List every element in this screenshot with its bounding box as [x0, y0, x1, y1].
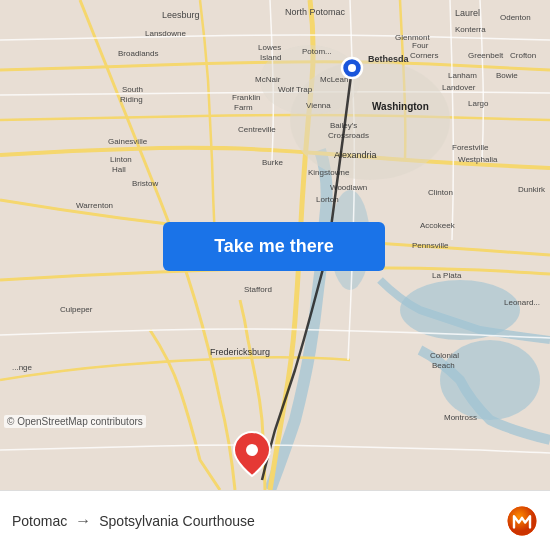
svg-point-67 [508, 506, 537, 535]
svg-text:Hall: Hall [112, 165, 126, 174]
moovit-logo[interactable] [506, 505, 538, 537]
svg-text:Largo: Largo [468, 99, 489, 108]
moovit-icon [506, 505, 538, 537]
svg-text:McNair: McNair [255, 75, 281, 84]
svg-text:Culpeper: Culpeper [60, 305, 93, 314]
svg-text:Gainesville: Gainesville [108, 137, 148, 146]
svg-text:Wolf Trap: Wolf Trap [278, 85, 313, 94]
svg-text:Farm: Farm [234, 103, 253, 112]
footer-route-info: Potomac → Spotsylvania Courthouse [12, 512, 506, 530]
footer: Potomac → Spotsylvania Courthouse [0, 490, 550, 550]
svg-text:Washington: Washington [372, 101, 429, 112]
svg-text:Westphalia: Westphalia [458, 155, 498, 164]
svg-text:Lowes: Lowes [258, 43, 281, 52]
svg-text:Linton: Linton [110, 155, 132, 164]
svg-text:Odenton: Odenton [500, 13, 531, 22]
svg-text:Beach: Beach [432, 361, 455, 370]
svg-text:Colonial: Colonial [430, 351, 459, 360]
svg-text:Landover: Landover [442, 83, 476, 92]
svg-text:North Potomac: North Potomac [285, 7, 346, 17]
svg-text:Clinton: Clinton [428, 188, 453, 197]
svg-text:Lanham: Lanham [448, 71, 477, 80]
svg-text:Stafford: Stafford [244, 285, 272, 294]
map-container: Leesburg North Potomac Laurel Lansdowne … [0, 0, 550, 490]
svg-text:Kingstowne: Kingstowne [308, 168, 350, 177]
svg-text:Island: Island [260, 53, 281, 62]
arrow-icon: → [75, 512, 91, 530]
svg-point-1 [400, 280, 520, 340]
svg-text:South: South [122, 85, 143, 94]
svg-text:Fredericksburg: Fredericksburg [210, 347, 270, 357]
svg-text:Bowie: Bowie [496, 71, 518, 80]
svg-text:Laurel: Laurel [455, 8, 480, 18]
origin-label: Potomac [12, 513, 67, 529]
svg-text:Bristow: Bristow [132, 179, 158, 188]
svg-text:Four: Four [412, 41, 429, 50]
svg-text:Greenbelt: Greenbelt [468, 51, 504, 60]
svg-text:Bethesda: Bethesda [368, 54, 410, 64]
svg-text:Forestville: Forestville [452, 143, 489, 152]
svg-text:Corners: Corners [410, 51, 438, 60]
svg-text:McLean: McLean [320, 75, 348, 84]
svg-text:Leesburg: Leesburg [162, 10, 200, 20]
svg-text:Franklin: Franklin [232, 93, 260, 102]
svg-text:Riding: Riding [120, 95, 143, 104]
destination-label: Spotsylvania Courthouse [99, 513, 255, 529]
svg-text:Potom...: Potom... [302, 47, 332, 56]
svg-text:Vienna: Vienna [306, 101, 331, 110]
svg-text:...nge: ...nge [12, 363, 33, 372]
svg-text:Burke: Burke [262, 158, 283, 167]
osm-attribution: © OpenStreetMap contributors [4, 415, 146, 428]
svg-point-65 [246, 444, 258, 456]
svg-text:Warrenton: Warrenton [76, 201, 113, 210]
svg-text:Montross: Montross [444, 413, 477, 422]
svg-point-64 [348, 64, 356, 72]
svg-text:Konterra: Konterra [455, 25, 486, 34]
svg-text:Centreville: Centreville [238, 125, 276, 134]
take-me-there-button[interactable]: Take me there [163, 222, 385, 271]
svg-text:Crossroads: Crossroads [328, 131, 369, 140]
svg-text:Broadlands: Broadlands [118, 49, 158, 58]
svg-text:Dunkirk: Dunkirk [518, 185, 546, 194]
svg-text:Crofton: Crofton [510, 51, 536, 60]
svg-text:Pennsville: Pennsville [412, 241, 449, 250]
svg-text:La Plata: La Plata [432, 271, 462, 280]
svg-text:Accokeek: Accokeek [420, 221, 456, 230]
svg-text:Leonard...: Leonard... [504, 298, 540, 307]
svg-text:Lansdowne: Lansdowne [145, 29, 186, 38]
